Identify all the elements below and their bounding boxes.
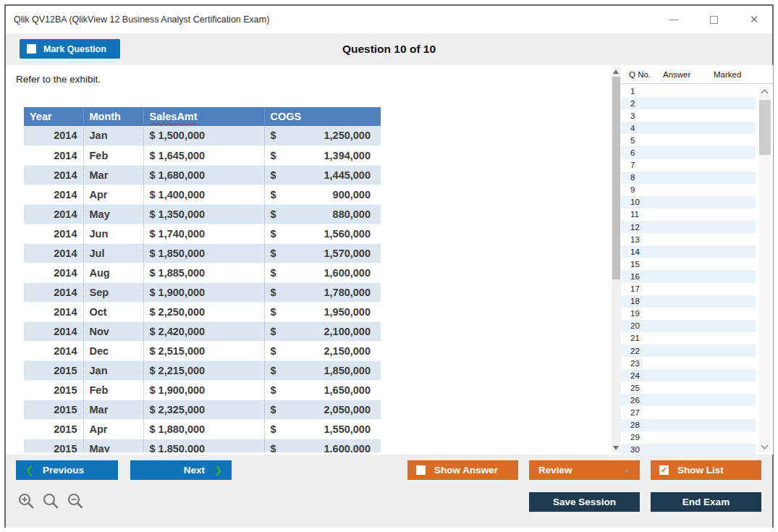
column-header-qno: Q No.: [621, 70, 663, 79]
question-list-row[interactable]: 20: [621, 320, 756, 332]
show-list-checkbox[interactable]: ✓: [659, 465, 669, 475]
question-list-row[interactable]: 6: [621, 146, 756, 159]
question-number: 18: [621, 297, 640, 305]
cogs-cell: $1,250,000: [264, 126, 381, 145]
scroll-down-icon[interactable]: [761, 442, 769, 449]
mark-question-checkbox[interactable]: [27, 44, 36, 54]
question-number: 26: [621, 396, 640, 405]
question-number: 29: [621, 433, 640, 442]
zoom-reset-icon[interactable]: [42, 492, 60, 510]
question-list-row[interactable]: 13: [621, 233, 756, 245]
question-list-row[interactable]: 18: [621, 295, 756, 308]
next-label: Next: [184, 465, 205, 476]
exhibit-row: 2014Apr$ 1,400,000$900,000: [24, 185, 381, 204]
question-list-row[interactable]: 24: [621, 369, 756, 381]
exhibit-row: 2015May$ 1,850,000$1,600,000: [24, 439, 381, 452]
scroll-up-icon[interactable]: [761, 90, 769, 97]
question-list-row[interactable]: 17: [621, 283, 756, 295]
year-cell: 2014: [24, 126, 83, 145]
footer-bar: ❮ Previous Next ❯ Show Answe: [6, 455, 772, 528]
question-number: 8: [621, 173, 635, 182]
question-number: 28: [621, 421, 640, 429]
question-list-row[interactable]: 4: [621, 122, 756, 134]
close-button[interactable]: ✕: [746, 12, 762, 28]
question-list-row[interactable]: 19: [621, 308, 756, 320]
scrollbar-thumb[interactable]: [759, 100, 771, 155]
question-list-row[interactable]: 11: [621, 208, 756, 221]
question-list-rows: 1234567891011121314151617181920212223242…: [621, 85, 756, 455]
column-header-salesamt: SalesAmt: [143, 107, 264, 126]
question-list-row[interactable]: 25: [621, 381, 756, 394]
exhibit-row: 2015Apr$ 1,880,000$1,550,000: [24, 419, 381, 439]
question-list-row[interactable]: 9: [621, 184, 756, 196]
save-session-button[interactable]: Save Session: [529, 492, 640, 512]
show-list-button[interactable]: ✓ Show List: [651, 460, 761, 480]
question-list-row[interactable]: 22: [621, 345, 756, 357]
question-list-row[interactable]: 8: [621, 172, 756, 184]
scroll-up-icon[interactable]: [613, 69, 619, 74]
month-cell: Dec: [83, 341, 143, 360]
minimize-button[interactable]: [665, 12, 681, 28]
question-list-row[interactable]: 28: [621, 419, 756, 431]
year-cell: 2014: [24, 302, 83, 321]
content-scrollbar[interactable]: [612, 67, 621, 453]
mark-question-button[interactable]: Mark Question: [20, 39, 120, 59]
question-list-row[interactable]: 15: [621, 258, 756, 270]
scrollbar-thumb[interactable]: [612, 77, 620, 279]
review-button[interactable]: Review ▲: [529, 460, 640, 480]
cogs-cell: $1,650,000: [264, 380, 381, 400]
year-cell: 2014: [24, 282, 83, 302]
cogs-cell: $1,560,000: [264, 224, 381, 243]
question-list-row[interactable]: 21: [621, 332, 756, 345]
question-list-row[interactable]: 23: [621, 357, 756, 369]
question-number: 22: [621, 347, 640, 355]
exhibit-table: Year Month SalesAmt COGS 2014Jan$ 1,500,…: [24, 107, 381, 452]
year-cell: 2014: [24, 341, 83, 360]
sales-cell: $ 1,350,000: [143, 204, 264, 224]
sales-cell: $ 2,515,000: [143, 341, 264, 360]
maximize-button[interactable]: [706, 12, 722, 28]
column-header-marked: Marked: [714, 70, 757, 79]
question-list-row[interactable]: 14: [621, 245, 756, 258]
year-cell: 2015: [24, 360, 83, 380]
window-title: Qlik QV12BA (QlikView 12 Business Analys…: [14, 14, 269, 25]
question-number: 1: [621, 87, 635, 96]
cogs-cell: $1,950,000: [264, 302, 381, 321]
question-list-row[interactable]: 7: [621, 159, 756, 172]
scroll-down-icon[interactable]: [613, 446, 619, 450]
question-list-row[interactable]: 30: [621, 444, 756, 455]
question-number: 19: [621, 309, 640, 318]
question-list-row[interactable]: 16: [621, 270, 756, 282]
question-list-row[interactable]: 26: [621, 394, 756, 406]
next-button[interactable]: Next ❯: [130, 460, 232, 480]
cogs-cell: $1,600,000: [264, 263, 381, 282]
question-list-row[interactable]: 5: [621, 134, 756, 146]
question-number: 11: [621, 210, 639, 219]
question-list-row[interactable]: 29: [621, 431, 756, 444]
chevron-left-icon: ❮: [25, 465, 33, 476]
question-list-row[interactable]: 2: [621, 97, 756, 109]
exhibit-row: 2014May$ 1,350,000$880,000: [24, 204, 381, 224]
question-list-row[interactable]: 10: [621, 196, 756, 208]
previous-button[interactable]: ❮ Previous: [16, 460, 118, 480]
zoom-in-icon[interactable]: [17, 492, 35, 510]
question-list-row[interactable]: 27: [621, 406, 756, 418]
checkmark-icon: ✓: [661, 466, 667, 474]
cogs-cell: $1,550,000: [264, 419, 381, 439]
month-cell: Apr: [83, 419, 143, 439]
show-answer-button[interactable]: Show Answer: [407, 460, 518, 480]
question-list-row[interactable]: 1: [621, 85, 756, 97]
end-exam-button[interactable]: End Exam: [651, 492, 761, 512]
question-list-row[interactable]: 12: [621, 221, 756, 233]
year-cell: 2014: [24, 145, 83, 165]
question-list-scrollbar[interactable]: [759, 87, 771, 452]
question-list-row[interactable]: 3: [621, 109, 756, 122]
column-header-year: Year: [24, 107, 83, 126]
exhibit-row: 2014Jan$ 1,500,000$1,250,000: [24, 126, 381, 145]
month-cell: Jan: [83, 126, 143, 145]
cogs-cell: $2,150,000: [264, 341, 381, 360]
zoom-controls: [17, 492, 85, 510]
screenshot-root: Qlik QV12BA (QlikView 12 Business Analys…: [0, 0, 778, 532]
show-answer-checkbox[interactable]: [416, 465, 426, 475]
zoom-out-icon[interactable]: [67, 492, 85, 510]
